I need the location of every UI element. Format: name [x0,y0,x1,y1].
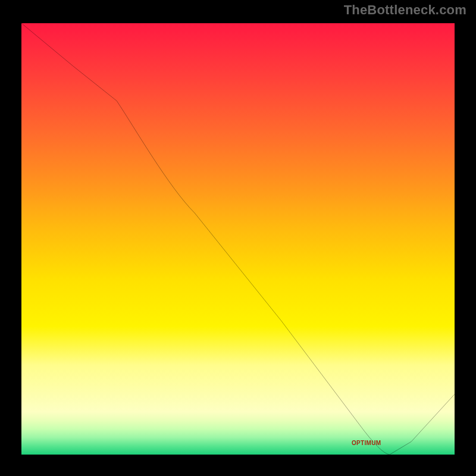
optimum-label: OPTIMUM [352,440,381,446]
chart-canvas: TheBottleneck.com OPTIMUM [0,0,476,476]
bottleneck-curve-path [21,23,455,455]
plot-area: OPTIMUM [15,17,461,461]
watermark-text: TheBottleneck.com [344,2,466,18]
line-series [21,23,455,455]
